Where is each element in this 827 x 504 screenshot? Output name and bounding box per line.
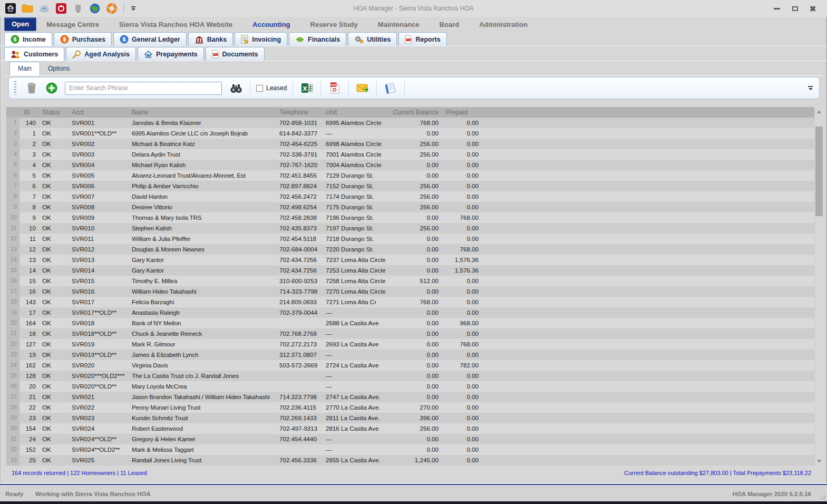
table-row[interactable]: 23 19 OK SVR019**OLD** James & Elizabeth… xyxy=(6,350,814,360)
cell-unit: 7270 Loma Alta Circle xyxy=(323,286,390,297)
table-row[interactable]: 6 5 OK SVR005 Alvarez-Leonard Trust/Alva… xyxy=(6,170,814,181)
tab-purchases[interactable]: $ Purchases xyxy=(54,32,112,46)
scrollbar-thumb[interactable] xyxy=(815,127,823,216)
table-row[interactable]: 12 11 OK SVR011 William & Julia Pfeiffer… xyxy=(6,234,814,244)
select-all-corner[interactable] xyxy=(6,107,20,118)
binoculars-icon[interactable] xyxy=(228,80,245,96)
scroll-down-icon[interactable] xyxy=(815,457,823,466)
add-icon[interactable] xyxy=(43,80,60,96)
table-row[interactable]: 14 13 OK SVR013 Gary Kantor 702.434.7256… xyxy=(6,255,814,265)
table-row[interactable]: 3 2 OK SVR002 Michael & Beatrice Katz 70… xyxy=(6,139,814,149)
table-row[interactable]: 16 15 OK SVR015 Timothy E. Millea 310-60… xyxy=(6,276,814,286)
cell-row-number: 22 xyxy=(6,339,20,350)
pdf-export-icon[interactable]: PDF xyxy=(326,80,343,96)
cell-acct: SVR003 xyxy=(69,149,129,160)
tab-customers[interactable]: Customers xyxy=(4,47,64,61)
menu-item-administration[interactable]: Administration xyxy=(474,21,533,28)
cell-acct: SVR021 xyxy=(69,392,129,402)
table-row[interactable]: 26 20 OK SVR020**OLD** Mary Loyola McCre… xyxy=(6,381,814,392)
tab-reports[interactable]: Reports xyxy=(398,32,446,46)
cell-row-number: 10 xyxy=(6,212,20,223)
close-button[interactable]: ✖ xyxy=(804,2,822,15)
table-row[interactable]: 25 128 OK SVR020***OLD2*** The La Casita… xyxy=(6,371,814,381)
tab-main[interactable]: Main xyxy=(9,62,40,75)
cell-acct: SVR006 xyxy=(69,181,129,191)
table-row[interactable]: 15 14 OK SVR014 Gary Kantor 702.434.7256… xyxy=(6,265,814,276)
leased-checkbox-group[interactable]: Leased xyxy=(254,84,289,92)
column-header-current-balance[interactable]: Current Balance xyxy=(390,107,442,118)
email-export-icon[interactable] xyxy=(354,80,371,96)
table-row[interactable]: 22 127 OK SVR019 Mark R. Gilmour 702.272… xyxy=(6,339,814,350)
menu-item-reserve-study[interactable]: Reserve Study xyxy=(305,21,363,28)
table-row[interactable]: 28 22 OK SVR022 Penny Munari Living Trus… xyxy=(6,402,814,413)
notes-icon[interactable] xyxy=(382,80,399,96)
menu-item-board[interactable]: Board xyxy=(434,21,465,28)
table-row[interactable]: 1 140 OK SVR001 Jaroslav & Benita Klaizn… xyxy=(6,118,814,128)
table-row[interactable]: 31 24 OK SVR024**OLD** Gregory & Helen K… xyxy=(6,434,814,444)
table-row[interactable]: 18 143 OK SVR017 Felicia Barzaghi 214.80… xyxy=(6,297,814,307)
table-row[interactable]: 10 9 OK SVR009 Thomas & Mary Isola TRS 7… xyxy=(6,212,814,223)
excel-export-icon[interactable]: X xyxy=(298,80,315,96)
column-header-unit[interactable]: Unit xyxy=(323,107,390,118)
column-header-acct[interactable]: Acct xyxy=(69,107,129,118)
tab-general-ledger[interactable]: $ General Ledger xyxy=(113,32,187,46)
table-row[interactable]: 9 8 OK SVR008 Desiree Vittorio 702.498.6… xyxy=(6,202,814,212)
table-row[interactable]: 5 4 OK SVR004 Michael Ryan Kalish 702-76… xyxy=(6,160,814,170)
column-header-prepaid[interactable]: Prepaid xyxy=(442,107,482,118)
open-button[interactable]: Open xyxy=(4,17,36,31)
vertical-scrollbar[interactable] xyxy=(814,107,823,466)
minimize-button[interactable] xyxy=(768,2,786,15)
toolbar-options-icon[interactable] xyxy=(808,86,814,90)
table-row[interactable]: 30 154 OK SVR024 Robert Easterwood 702-4… xyxy=(6,423,814,434)
table-row[interactable]: 33 25 OK SVR025 Randall Jones Living Tru… xyxy=(6,455,814,466)
cell-name: Gregory & Helen Kamer xyxy=(129,434,276,444)
table-row[interactable]: 8 7 OK SVR007 David Hanlon 702.456.2472 … xyxy=(6,191,814,202)
cell-telephone: 714.323.7798 xyxy=(276,392,323,402)
house-icon xyxy=(144,50,153,59)
table-row[interactable]: 32 152 OK SVR024**OLD2** Mark & Melissa … xyxy=(6,444,814,455)
menu-item-message-centre[interactable]: Message Centre xyxy=(41,21,104,28)
search-input[interactable] xyxy=(65,82,222,95)
maximize-button[interactable] xyxy=(786,2,804,15)
toolbar-grip[interactable] xyxy=(14,81,16,95)
trash-icon[interactable] xyxy=(23,80,40,96)
table-row[interactable]: 13 12 OK SVR012 Douglas & Moreen Newnes … xyxy=(6,244,814,255)
cell-filler xyxy=(482,307,814,318)
cell-id: 3 xyxy=(20,149,39,160)
resize-grip[interactable] xyxy=(819,493,825,500)
table-row[interactable]: 11 10 OK SVR010 Stephen Kalish 702.435.8… xyxy=(6,223,814,234)
cell-filler xyxy=(482,181,814,191)
tab-income[interactable]: $ Income xyxy=(4,32,52,46)
table-row[interactable]: 19 17 OK SVR017**OLD** Anastasia Raleigh… xyxy=(6,307,814,318)
cell-telephone: 702.451.8455 xyxy=(276,170,323,181)
table-row[interactable]: 20 164 OK SVR018 Bank of NY Mellon 2688 … xyxy=(6,318,814,328)
column-header-id[interactable]: ID xyxy=(20,107,39,118)
table-row[interactable]: 21 18 OK SVR018**OLD** Chuck & Jeanette … xyxy=(6,328,814,339)
cell-id: 21 xyxy=(20,392,39,402)
tab-banks[interactable]: Banks xyxy=(188,32,233,46)
menu-item-maintenance[interactable]: Maintenance xyxy=(373,21,425,28)
column-header-status[interactable]: Status xyxy=(39,107,69,118)
leased-checkbox[interactable] xyxy=(256,85,263,92)
tab-options[interactable]: Options xyxy=(40,62,77,75)
column-header-name[interactable]: Name xyxy=(129,107,276,118)
tab-utilities[interactable]: Utilities xyxy=(348,32,397,46)
column-header-telephone[interactable]: Telephone xyxy=(276,107,323,118)
tab-aged-analysis[interactable]: Aged Analysis xyxy=(66,47,136,61)
menu-item-website[interactable]: Sierra Vista Ranchos HOA Website xyxy=(114,21,238,28)
table-row[interactable]: 27 21 OK SVR021 Jason Brandon Takahashi … xyxy=(6,392,814,402)
tab-documents[interactable]: Documents xyxy=(206,47,265,61)
table-row[interactable]: 17 16 OK SVR016 William Hideo Takahashi … xyxy=(6,286,814,297)
table-row[interactable]: 24 162 OK SVR020 Virginia Davis 503-572-… xyxy=(6,360,814,371)
table-row[interactable]: 7 6 OK SVR006 Philip & Amber Varricchio … xyxy=(6,181,814,191)
cell-prepaid: 0.00 xyxy=(442,181,482,191)
cell-unit: --- xyxy=(323,371,390,381)
tab-invoicing[interactable]: Invoicing xyxy=(235,32,287,46)
tab-prepayments[interactable]: Prepayments xyxy=(138,47,204,61)
table-row[interactable]: 4 3 OK SVR003 Delara Aydin Trust 702-338… xyxy=(6,149,814,160)
table-row[interactable]: 2 1 OK SVR001**OLD** 6995 Alamitos Circl… xyxy=(6,128,814,139)
menu-item-accounting[interactable]: Accounting xyxy=(247,21,296,28)
tab-financials[interactable]: Financials xyxy=(289,32,346,46)
scroll-up-icon[interactable] xyxy=(815,107,823,116)
table-row[interactable]: 29 23 OK SVR023 Kurstin Schmitz Trust 70… xyxy=(6,413,814,423)
